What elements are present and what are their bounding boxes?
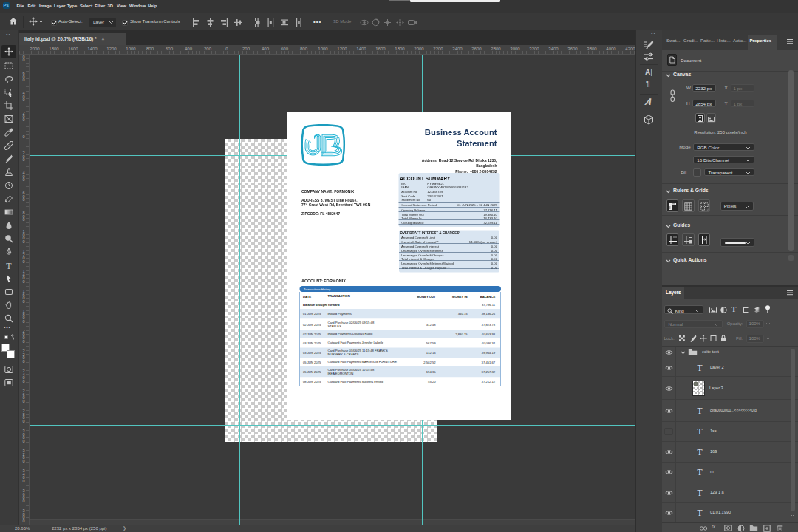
svg-text:T: T xyxy=(6,261,12,270)
